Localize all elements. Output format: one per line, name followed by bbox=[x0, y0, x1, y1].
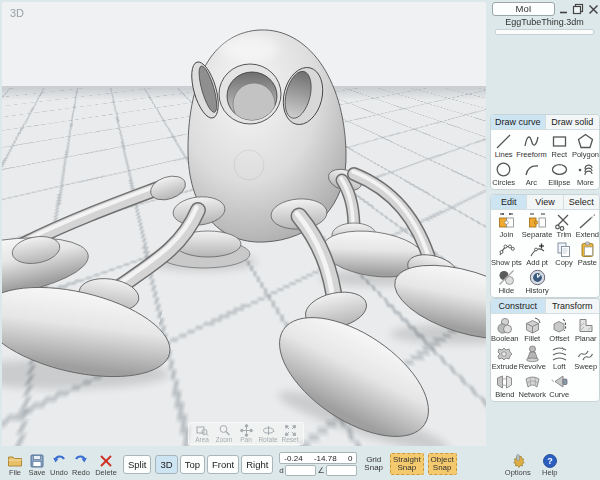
hide-icon bbox=[497, 268, 516, 287]
fillet-icon bbox=[523, 316, 542, 335]
curve-icon bbox=[550, 372, 569, 391]
fillet-button[interactable]: Fillet bbox=[519, 316, 547, 342]
trim-icon bbox=[554, 212, 573, 231]
coord-z: 0 bbox=[348, 454, 352, 463]
edit-section: Edit View Select Join Separate Trim Exte… bbox=[490, 194, 600, 298]
arc-button[interactable]: Arc bbox=[516, 160, 546, 186]
copy-icon bbox=[554, 240, 573, 259]
view-front-button[interactable]: Front bbox=[207, 455, 239, 474]
hide-button[interactable]: Hide bbox=[491, 268, 522, 294]
split-view-button[interactable]: Split bbox=[123, 455, 151, 474]
close-icon bbox=[588, 4, 599, 15]
side-panel: MoI EggTubeThing.3dm Draw curve Draw sol… bbox=[489, 0, 600, 448]
show-pts-icon bbox=[497, 240, 516, 259]
circles-button[interactable]: Circles bbox=[491, 160, 516, 186]
lines-icon bbox=[494, 132, 513, 151]
delete-button[interactable]: Delete bbox=[95, 453, 117, 476]
restore-button[interactable] bbox=[572, 3, 584, 15]
rect-button[interactable]: Rect bbox=[547, 132, 572, 158]
pan-button[interactable]: Pan bbox=[235, 424, 257, 443]
tab-transform[interactable]: Transform bbox=[546, 299, 600, 313]
sweep-button[interactable]: Sweep bbox=[573, 344, 599, 370]
curve-button[interactable]: Curve bbox=[546, 372, 572, 398]
grid-snap-toggle[interactable]: Grid Snap bbox=[361, 453, 386, 475]
boolean-icon bbox=[495, 316, 514, 335]
add-pt-button[interactable]: Add pt bbox=[522, 240, 552, 266]
loft-button[interactable]: Loft bbox=[546, 344, 572, 370]
extrude-button[interactable]: Extrude bbox=[491, 344, 519, 370]
view-3d-button[interactable]: 3D bbox=[155, 455, 177, 474]
xyz-input[interactable]: -0.24 -14.78 0 bbox=[279, 452, 357, 464]
separate-button[interactable]: Separate bbox=[522, 212, 552, 238]
viewport-3d[interactable]: 3D Area Zoom Pan Rotate Reset bbox=[2, 2, 486, 446]
boolean-button[interactable]: Boolean bbox=[491, 316, 519, 342]
extend-icon bbox=[578, 212, 597, 231]
extend-button[interactable]: Extend bbox=[576, 212, 599, 238]
view-top-button[interactable]: Top bbox=[180, 455, 205, 474]
save-button[interactable]: Save bbox=[26, 453, 48, 476]
angle-input[interactable] bbox=[326, 465, 358, 476]
area-zoom-button[interactable]: Area bbox=[191, 424, 213, 443]
tab-select[interactable]: Select bbox=[564, 195, 599, 209]
straight-snap-toggle[interactable]: Straight Snap bbox=[390, 453, 424, 475]
paste-button[interactable]: Paste bbox=[576, 240, 599, 266]
revolve-button[interactable]: Revolve bbox=[519, 344, 547, 370]
close-button[interactable] bbox=[588, 4, 599, 15]
paste-icon bbox=[578, 240, 597, 259]
viewport-label: 3D bbox=[10, 7, 24, 19]
join-icon bbox=[497, 212, 516, 231]
planar-button[interactable]: Planar bbox=[573, 316, 599, 342]
object-snap-toggle[interactable]: Object Snap bbox=[428, 453, 457, 475]
viewport-nav-toolbar: Area Zoom Pan Rotate Reset bbox=[188, 422, 304, 445]
revolve-icon bbox=[523, 344, 542, 363]
show-pts-button[interactable]: Show pts bbox=[491, 240, 522, 266]
tab-edit[interactable]: Edit bbox=[491, 195, 527, 209]
network-icon bbox=[523, 372, 542, 391]
delete-icon bbox=[98, 453, 114, 469]
rotate-button[interactable]: Rotate bbox=[257, 424, 279, 443]
offset-button[interactable]: Offset bbox=[546, 316, 572, 342]
draw-section: Draw curve Draw solid Lines Freeform Rec… bbox=[490, 114, 600, 190]
redo-button[interactable]: Redo bbox=[70, 453, 92, 476]
svg-text:?: ? bbox=[547, 456, 553, 466]
separate-icon bbox=[528, 212, 547, 231]
minimize-button[interactable] bbox=[559, 4, 568, 14]
angle-label: ∠ bbox=[317, 466, 324, 475]
history-button[interactable]: History bbox=[522, 268, 552, 294]
blend-button[interactable]: Blend bbox=[491, 372, 519, 398]
options-button[interactable]: Options bbox=[503, 453, 533, 476]
lines-button[interactable]: Lines bbox=[491, 132, 516, 158]
ellipse-icon bbox=[550, 160, 569, 179]
more-button[interactable]: More bbox=[572, 160, 599, 186]
zoom-button[interactable]: Zoom bbox=[213, 424, 235, 443]
trim-button[interactable]: Trim bbox=[552, 212, 575, 238]
extrude-icon bbox=[495, 344, 514, 363]
view-right-button[interactable]: Right bbox=[241, 455, 273, 474]
distance-input[interactable] bbox=[285, 465, 317, 476]
coordinate-readout: -0.24 -14.78 0 d ∠ bbox=[279, 452, 357, 476]
polygon-button[interactable]: Polygon bbox=[572, 132, 599, 158]
file-button[interactable]: File bbox=[4, 453, 26, 476]
reset-button[interactable]: Reset bbox=[279, 424, 301, 443]
undo-button[interactable]: Undo bbox=[48, 453, 70, 476]
distance-label: d bbox=[279, 466, 283, 475]
tab-draw-solid[interactable]: Draw solid bbox=[546, 115, 600, 129]
arc-icon bbox=[522, 160, 541, 179]
copy-button[interactable]: Copy bbox=[552, 240, 575, 266]
tab-view[interactable]: View bbox=[527, 195, 563, 209]
loft-icon bbox=[550, 344, 569, 363]
tab-draw-curve[interactable]: Draw curve bbox=[491, 115, 546, 129]
history-icon bbox=[528, 268, 547, 287]
folder-icon bbox=[7, 453, 23, 469]
freeform-button[interactable]: Freeform bbox=[516, 132, 546, 158]
ellipse-button[interactable]: Ellipse bbox=[547, 160, 572, 186]
app-menu-button[interactable]: MoI bbox=[492, 2, 555, 16]
network-button[interactable]: Network bbox=[519, 372, 547, 398]
help-button[interactable]: ? Help bbox=[539, 453, 561, 476]
join-button[interactable]: Join bbox=[491, 212, 522, 238]
tab-construct[interactable]: Construct bbox=[491, 299, 546, 313]
polygon-icon bbox=[576, 132, 595, 151]
more-icon bbox=[576, 160, 595, 179]
construct-section: Construct Transform Boolean Fillet Offse… bbox=[490, 298, 600, 402]
egg-tube-model[interactable] bbox=[2, 2, 486, 446]
